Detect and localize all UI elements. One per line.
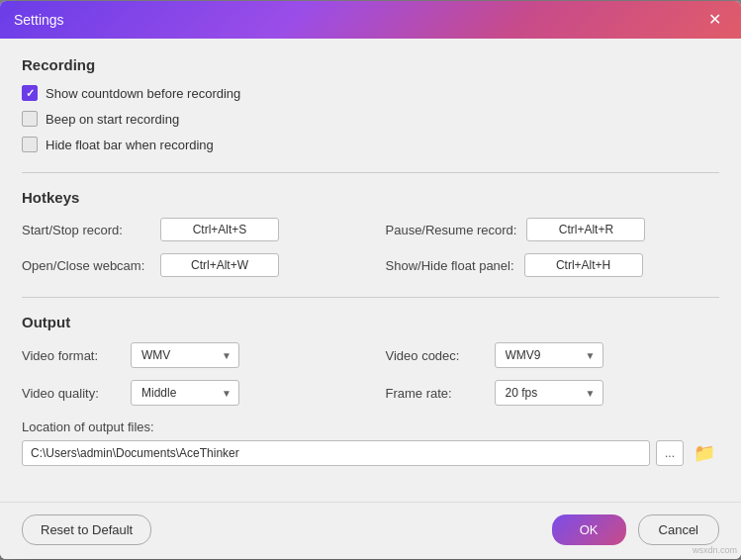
checkbox-label-1: Beep on start recording [46, 112, 179, 127]
video-format-select[interactable]: WMV MP4 AVI MOV [131, 342, 239, 368]
settings-dialog: Settings ✕ Recording Show countdown befo… [0, 1, 741, 559]
hotkey-label-pause-resume: Pause/Resume record: [386, 223, 517, 237]
cancel-button[interactable]: Cancel [638, 514, 719, 545]
watermark: wsxdn.com [693, 545, 737, 555]
settings-content: Recording Show countdown before recordin… [0, 39, 741, 502]
divider-2 [22, 297, 719, 298]
recording-section: Recording Show countdown before recordin… [22, 56, 719, 152]
hotkeys-grid: Start/Stop record: Ctrl+Alt+S Pause/Resu… [22, 218, 719, 277]
close-button[interactable]: ✕ [702, 10, 727, 30]
recording-title: Recording [22, 56, 719, 73]
frame-rate-select[interactable]: 15 fps 20 fps 30 fps 60 fps [495, 380, 603, 406]
hotkey-input-float-panel[interactable]: Ctrl+Alt+H [524, 253, 643, 277]
open-folder-button[interactable]: 📁 [690, 440, 719, 466]
hotkey-row-start-stop: Start/Stop record: Ctrl+Alt+S [22, 218, 356, 241]
checkbox-show-countdown[interactable] [22, 85, 38, 101]
video-quality-wrapper: Low Middle High ▼ [131, 380, 239, 406]
location-input[interactable] [22, 440, 650, 466]
hotkey-row-float-panel: Show/Hide float panel: Ctrl+Alt+H [386, 253, 720, 277]
video-codec-wrapper: WMV9 H264 H265 ▼ [495, 342, 603, 368]
hotkeys-section: Hotkeys Start/Stop record: Ctrl+Alt+S Pa… [22, 189, 719, 277]
video-codec-select[interactable]: WMV9 H264 H265 [495, 342, 603, 368]
hotkey-label-float-panel: Show/Hide float panel: [386, 258, 514, 273]
hotkey-label-webcam: Open/Close webcam: [22, 258, 150, 273]
checkbox-label-2: Hide float bar when recording [46, 138, 214, 152]
footer-right: OK Cancel [552, 514, 719, 545]
checkbox-beep-start[interactable] [22, 111, 38, 127]
video-quality-label: Video quality: [22, 386, 121, 401]
output-row-frame-rate: Frame rate: 15 fps 20 fps 30 fps 60 fps … [386, 380, 720, 406]
output-section: Output Video format: WMV MP4 AVI MOV ▼ [22, 314, 719, 466]
output-row-video-codec: Video codec: WMV9 H264 H265 ▼ [386, 342, 720, 368]
hotkey-row-pause-resume: Pause/Resume record: Ctrl+Alt+R [386, 218, 720, 241]
checkbox-row-2: Hide float bar when recording [22, 137, 719, 152]
output-row-video-format: Video format: WMV MP4 AVI MOV ▼ [22, 342, 356, 368]
hotkey-label-start-stop: Start/Stop record: [22, 223, 150, 237]
hotkey-input-pause-resume[interactable]: Ctrl+Alt+R [526, 218, 645, 241]
divider-1 [22, 172, 719, 173]
title-bar: Settings ✕ [0, 1, 741, 39]
video-quality-select[interactable]: Low Middle High [131, 380, 239, 406]
dialog-title: Settings [14, 12, 64, 28]
checkbox-hide-float[interactable] [22, 137, 38, 152]
video-format-label: Video format: [22, 348, 121, 363]
location-label: Location of output files: [22, 420, 719, 434]
output-row-video-quality: Video quality: Low Middle High ▼ [22, 380, 356, 406]
dialog-footer: Reset to Default OK Cancel [0, 502, 741, 559]
hotkey-row-webcam: Open/Close webcam: Ctrl+Alt+W [22, 253, 356, 277]
folder-icon: 📁 [694, 443, 715, 463]
checkbox-row-1: Beep on start recording [22, 111, 719, 127]
checkbox-row-0: Show countdown before recording [22, 85, 719, 101]
frame-rate-wrapper: 15 fps 20 fps 30 fps 60 fps ▼ [495, 380, 603, 406]
frame-rate-label: Frame rate: [386, 386, 485, 401]
video-codec-label: Video codec: [386, 348, 485, 363]
output-grid: Video format: WMV MP4 AVI MOV ▼ Video co… [22, 342, 719, 406]
checkbox-label-0: Show countdown before recording [46, 86, 240, 101]
reset-to-default-button[interactable]: Reset to Default [22, 514, 151, 545]
hotkey-input-start-stop[interactable]: Ctrl+Alt+S [160, 218, 279, 241]
browse-dots-button[interactable]: ... [656, 440, 684, 466]
hotkeys-title: Hotkeys [22, 189, 719, 206]
hotkey-input-webcam[interactable]: Ctrl+Alt+W [160, 253, 279, 277]
ok-button[interactable]: OK [552, 514, 626, 545]
video-format-wrapper: WMV MP4 AVI MOV ▼ [131, 342, 239, 368]
output-title: Output [22, 314, 719, 330]
location-row: ... 📁 [22, 440, 719, 466]
